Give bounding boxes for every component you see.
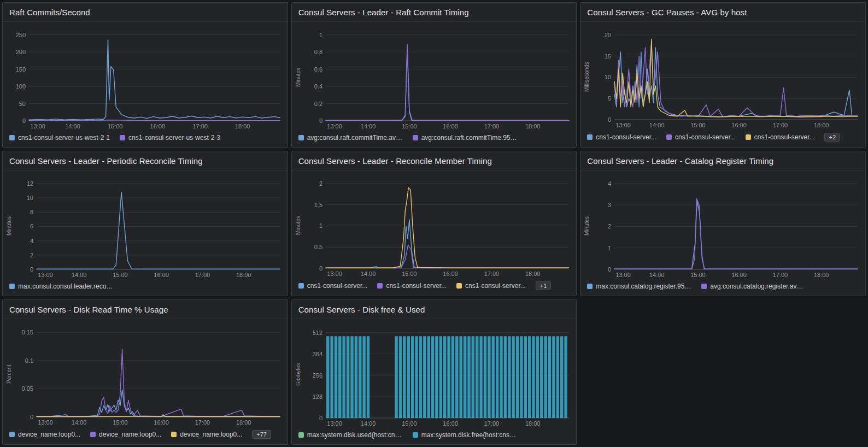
legend-item[interactable]: avg:consul.raft.commitTime.95p... [413,134,517,142]
chart-canvas[interactable]: 00.050.10.1513:0014:0015:0016:0017:0018:… [14,321,284,427]
bar[interactable] [342,336,345,418]
legend-item[interactable]: max:consul.consul.leader.reconcile.max{*… [9,283,114,290]
chart-canvas[interactable]: 00.20.40.60.8113:0014:0015:0016:0017:001… [303,24,573,131]
bar[interactable] [451,336,454,418]
chart-canvas[interactable]: 05010015020025013:0014:0015:0016:0017:00… [6,24,284,131]
bar[interactable] [515,336,518,418]
legend-item[interactable]: max:consul.catalog.register.95p... [587,283,691,290]
legend-item[interactable]: cns1-consul-server... [587,133,656,141]
bar[interactable] [407,336,409,418]
bar[interactable] [350,336,353,418]
bar[interactable] [488,336,490,418]
bar[interactable] [354,336,357,418]
bar[interactable] [427,336,430,418]
legend-item[interactable]: cns1-consul-server... [377,282,447,290]
legend-item[interactable]: max:system.disk.used{host:cns1... [298,431,403,439]
chart-canvas[interactable]: 012825638451213:0014:0015:0016:0017:0018… [303,321,573,428]
bar[interactable] [359,336,361,418]
series-line[interactable] [37,192,280,269]
panel-title[interactable]: Consul Servers - Leader - Reconcile Memb… [298,156,570,166]
bar[interactable] [403,336,406,418]
bar[interactable] [366,336,369,418]
bar[interactable] [330,336,333,418]
bar[interactable] [524,336,526,418]
panel-title[interactable]: Consul Servers - Leader - Catalog Regist… [587,156,859,166]
panel-title[interactable]: Consul Servers - Disk Read Time % Usage [9,305,281,314]
chart-canvas[interactable]: 00.511.5213:0014:0015:0016:0017:0018:00 [303,173,573,278]
legend-item[interactable]: device_name:loop0... [90,431,161,438]
series-line[interactable] [326,49,569,120]
bar[interactable] [552,336,555,418]
series-line[interactable] [614,201,858,269]
bar[interactable] [508,336,511,418]
legend-overflow-badge[interactable]: +77 [252,430,271,439]
bar[interactable] [540,336,543,418]
bar[interactable] [544,336,547,418]
series-line[interactable] [326,44,569,120]
bar[interactable] [528,336,531,418]
bar[interactable] [503,336,506,418]
legend-item[interactable]: cns1-consul-server-us-west-2-3 [120,134,220,142]
bar[interactable] [548,336,550,418]
panel-title[interactable]: Consul Servers - Leader - Periodic Recon… [9,156,281,166]
panel-title[interactable]: Raft Commits/Second [9,8,281,17]
bar[interactable] [560,336,563,418]
bar[interactable] [326,336,329,418]
series-line[interactable] [326,245,569,268]
legend-overflow-badge[interactable]: +2 [824,133,840,142]
bar[interactable] [447,336,450,418]
legend-overflow-badge[interactable]: +1 [536,281,552,290]
bar[interactable] [423,336,426,418]
bar[interactable] [435,336,438,418]
bar[interactable] [556,336,559,418]
bar[interactable] [496,336,498,418]
bar[interactable] [483,336,486,418]
panel-title[interactable]: Consul Servers - Leader - Raft Commit Ti… [298,8,570,17]
bar[interactable] [564,336,567,418]
panel-title[interactable]: Consul Servers - Disk free & Used [298,305,570,314]
bar[interactable] [532,336,535,418]
bar[interactable] [395,336,397,418]
legend-item[interactable]: cns1-consul-server... [666,133,736,141]
bar[interactable] [455,336,458,418]
series-line[interactable] [37,415,280,417]
legend-item[interactable]: cns1-consul-server... [746,133,815,141]
legend-item[interactable]: device_name:loop0... [9,431,80,438]
bar[interactable] [471,336,474,418]
bar[interactable] [334,336,337,418]
legend-item[interactable]: device_name:loop0... [171,431,242,438]
bar[interactable] [500,336,502,418]
bar[interactable] [347,336,349,418]
chart-canvas[interactable]: 0510152013:0014:0015:0016:0017:0018:00 [591,24,862,130]
bar[interactable] [512,336,514,418]
series-line[interactable] [37,390,280,417]
panel-title[interactable]: Consul Servers - GC Pauses - AVG by host [587,8,859,17]
bar[interactable] [520,336,523,418]
series-line[interactable] [326,220,569,268]
bar[interactable] [439,336,442,418]
legend-item[interactable]: cns1-consul-server... [298,282,368,290]
series-line[interactable] [326,188,569,268]
bar[interactable] [419,336,421,418]
chart-canvas[interactable]: 02468101213:0014:0015:0016:0017:0018:00 [14,173,284,279]
bar[interactable] [431,336,434,418]
legend-item[interactable]: max:system.disk.free{host:cns1-... [413,431,517,439]
series-line[interactable] [29,120,280,121]
series-line[interactable] [37,349,280,416]
legend-item[interactable]: cns1-consul-server... [456,282,526,290]
bar[interactable] [398,336,401,418]
bar[interactable] [479,336,482,418]
bar[interactable] [491,336,494,418]
bar[interactable] [536,336,538,418]
bar[interactable] [476,336,478,418]
chart-canvas[interactable]: 0123413:0014:0015:0016:0017:0018:00 [591,173,862,279]
bar[interactable] [467,336,470,418]
bar[interactable] [338,336,341,418]
bar[interactable] [411,336,414,418]
bar[interactable] [464,336,466,418]
legend-item[interactable]: cns1-consul-server-us-west-2-1 [9,134,110,142]
series-line[interactable] [614,198,858,269]
bar[interactable] [362,336,365,418]
bar[interactable] [415,336,418,418]
bar[interactable] [459,336,462,418]
